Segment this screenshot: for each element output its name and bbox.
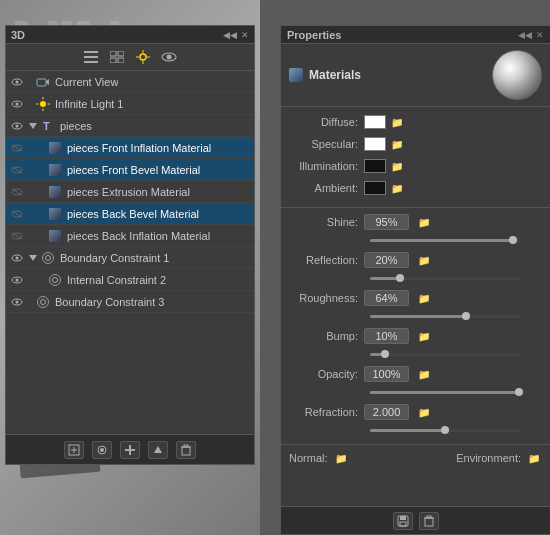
- props-delete-btn[interactable]: [419, 512, 439, 530]
- layer-boundary-constraint-1[interactable]: Boundary Constraint 1: [6, 247, 254, 269]
- layer-infinite-light[interactable]: Infinite Light 1: [6, 93, 254, 115]
- diffuse-swatch[interactable]: [364, 115, 386, 129]
- illumination-folder-btn[interactable]: 📁: [389, 159, 405, 173]
- refraction-value[interactable]: 2.000: [364, 404, 409, 420]
- ambient-folder-btn[interactable]: 📁: [389, 181, 405, 195]
- layer-pieces-back-inflation[interactable]: pieces Back Inflation Material: [6, 225, 254, 247]
- eye-pieces-extrusion[interactable]: [10, 185, 24, 199]
- 3d-toolbar: [6, 44, 254, 71]
- layer-pieces-back-bevel[interactable]: pieces Back Bevel Material: [6, 203, 254, 225]
- properties-title: Properties: [287, 29, 341, 41]
- layer-name-boundary-1: Boundary Constraint 1: [60, 252, 169, 264]
- svg-rect-52: [182, 447, 190, 455]
- props-collapse-btn[interactable]: ◀◀: [518, 30, 532, 40]
- shine-value[interactable]: 95%: [364, 214, 409, 230]
- shine-folder[interactable]: 📁: [416, 215, 432, 229]
- specular-label: Specular:: [289, 138, 364, 150]
- svg-point-39: [16, 256, 19, 259]
- environment-folder-btn[interactable]: 📁: [526, 451, 542, 465]
- opacity-value[interactable]: 100%: [364, 366, 409, 382]
- opacity-track[interactable]: [370, 391, 520, 394]
- layer-boundary-constraint-3[interactable]: Boundary Constraint 3: [6, 291, 254, 313]
- illumination-row: Illumination: 📁: [289, 157, 542, 175]
- svg-rect-56: [400, 516, 406, 520]
- layer-pieces[interactable]: T pieces: [6, 115, 254, 137]
- bump-track-row: [289, 348, 542, 360]
- eye-current-view[interactable]: [10, 75, 24, 89]
- reflection-label: Reflection:: [289, 254, 364, 266]
- specular-folder-btn[interactable]: 📁: [389, 137, 405, 151]
- layer-name-back-inflation: pieces Back Inflation Material: [67, 230, 210, 242]
- illumination-swatch[interactable]: [364, 159, 386, 173]
- scene-settings-btn[interactable]: [92, 441, 112, 459]
- layer-name-infinite-light: Infinite Light 1: [55, 98, 124, 110]
- eye-boundary-1[interactable]: [10, 251, 24, 265]
- delete-btn[interactable]: [176, 441, 196, 459]
- panel-3d-close-btn[interactable]: ✕: [241, 30, 249, 40]
- layer-internal-constraint-2[interactable]: Internal Constraint 2: [6, 269, 254, 291]
- layer-name-pieces: pieces: [60, 120, 92, 132]
- layer-pieces-extrusion[interactable]: pieces Extrusion Material: [6, 181, 254, 203]
- eye-pieces-front-bevel[interactable]: [10, 163, 24, 177]
- grid-view-icon[interactable]: [108, 49, 126, 65]
- layer-pieces-front-bevel[interactable]: pieces Front Bevel Material: [6, 159, 254, 181]
- eye-boundary-3[interactable]: [10, 295, 24, 309]
- svg-rect-1: [84, 56, 98, 58]
- eye-visibility-icon[interactable]: [160, 49, 178, 65]
- reflection-value[interactable]: 20%: [364, 252, 409, 268]
- eye-internal-2[interactable]: [10, 273, 24, 287]
- diffuse-label: Diffuse:: [289, 116, 364, 128]
- shine-row: Shine: 95% 📁: [289, 212, 542, 232]
- svg-rect-4: [118, 51, 124, 56]
- refraction-folder[interactable]: 📁: [416, 405, 432, 419]
- move-up-btn[interactable]: [148, 441, 168, 459]
- reflection-track-row: [289, 272, 542, 284]
- svg-rect-5: [110, 58, 116, 63]
- shine-track[interactable]: [370, 239, 520, 242]
- normal-folder-btn[interactable]: 📁: [333, 451, 349, 465]
- materials-small-icon: [289, 68, 303, 82]
- bump-value[interactable]: 10%: [364, 328, 409, 344]
- refraction-row: Refraction: 2.000 📁: [289, 402, 542, 422]
- ambient-swatch[interactable]: [364, 181, 386, 195]
- reflection-track[interactable]: [370, 277, 520, 280]
- specular-row: Specular: 📁: [289, 135, 542, 153]
- eye-pieces[interactable]: [10, 119, 24, 133]
- eye-infinite-light[interactable]: [10, 97, 24, 111]
- add-object-btn[interactable]: [120, 441, 140, 459]
- properties-header: Properties ◀◀ ✕: [281, 26, 550, 44]
- eye-pieces-back-inflation[interactable]: [10, 229, 24, 243]
- diffuse-row: Diffuse: 📁: [289, 113, 542, 131]
- roughness-folder[interactable]: 📁: [416, 291, 432, 305]
- panel-3d-collapse-btn[interactable]: ◀◀: [223, 30, 237, 40]
- reflection-folder[interactable]: 📁: [416, 253, 432, 267]
- internal-constraint-icon: [47, 272, 63, 288]
- eye-pieces-front-inflation[interactable]: [10, 141, 24, 155]
- layer-current-view[interactable]: Current View: [6, 71, 254, 93]
- list-view-icon[interactable]: [82, 49, 100, 65]
- layer-pieces-front-inflation[interactable]: pieces Front Inflation Material: [6, 137, 254, 159]
- roughness-controls: 64% 📁: [364, 290, 542, 306]
- layer-name-back-bevel: pieces Back Bevel Material: [67, 208, 199, 220]
- roughness-track[interactable]: [370, 315, 520, 318]
- diffuse-folder-btn[interactable]: 📁: [389, 115, 405, 129]
- props-save-btn[interactable]: [393, 512, 413, 530]
- svg-point-13: [167, 55, 172, 60]
- panel-3d-header: 3D ◀◀ ✕: [6, 26, 254, 44]
- svg-rect-0: [84, 51, 98, 53]
- specular-swatch[interactable]: [364, 137, 386, 151]
- eye-pieces-back-bevel[interactable]: [10, 207, 24, 221]
- refraction-track[interactable]: [370, 429, 520, 432]
- bump-track[interactable]: [370, 353, 520, 356]
- expand-pieces-arrow[interactable]: [29, 123, 37, 129]
- bump-folder[interactable]: 📁: [416, 329, 432, 343]
- light-properties-icon[interactable]: [134, 49, 152, 65]
- props-close-btn[interactable]: ✕: [536, 30, 544, 40]
- svg-marker-51: [154, 446, 162, 453]
- camera-icon: [35, 74, 51, 90]
- opacity-folder[interactable]: 📁: [416, 367, 432, 381]
- roughness-value[interactable]: 64%: [364, 290, 409, 306]
- expand-boundary-1-arrow[interactable]: [29, 255, 37, 261]
- new-scene-btn[interactable]: [64, 441, 84, 459]
- bump-row: Bump: 10% 📁: [289, 326, 542, 346]
